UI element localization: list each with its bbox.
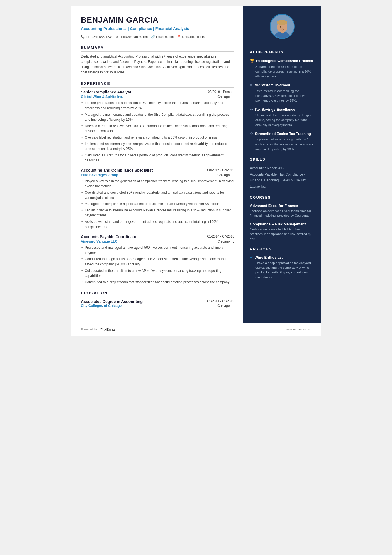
job-bullets-1: Led the preparation and submission of 50… — [81, 100, 234, 163]
course-item-2: Compliance & Risk Management Certificati… — [250, 222, 314, 241]
svg-text:Enhancv: Enhancv — [106, 328, 115, 332]
candidate-title: Accounting Professional | Compliance | F… — [81, 26, 234, 32]
achievement-desc-1: Spearheaded the redesign of the complian… — [250, 65, 314, 79]
contact-location: 📍 Chicago, Illinois — [177, 35, 205, 39]
job-company-3: Vineyard Vantage LLC — [81, 240, 118, 243]
education-section: EDUCATION Associates Degree in Accountin… — [81, 291, 234, 308]
edit-icon-2: ✏ — [250, 83, 253, 87]
job-location-3: Chicago, IL — [217, 240, 234, 243]
course-title-1: Advanced Excel for Finance — [250, 204, 314, 208]
bullet-1-3: Directed a team to resolve over 100 DTC … — [81, 124, 234, 134]
achievement-desc-2: Instrumental in overhauling the company'… — [250, 89, 314, 103]
achievement-item-1: 🏆 Redesigned Compliance Process Spearhea… — [250, 58, 314, 79]
bullet-2-4: Led an initiative to streamline Accounts… — [81, 208, 234, 218]
bullet-3-2: Conducted thorough audits of AP ledgers … — [81, 256, 234, 267]
contact-row: 📞 +1-(234)-555-1234 ✉ help@enhancv.com 🔗… — [81, 35, 234, 39]
job-location-1: Chicago, IL — [217, 95, 234, 99]
skills-line-4: Excise Tax — [250, 184, 266, 188]
course-item-1: Advanced Excel for Finance Focused on ad… — [250, 204, 314, 218]
bullet-2-5: Assisted with state and other government… — [81, 219, 234, 230]
bullet-1-5: Implemented an internal system reorganiz… — [81, 141, 234, 152]
passions-title: PASSIONS — [250, 247, 314, 253]
experience-section: EXPERIENCE Senior Compliance Analyst 03/… — [81, 81, 234, 285]
bullet-3-4: Contributed to a project team that stand… — [81, 280, 234, 285]
contact-linkedin: 🔗 linkedin.com — [151, 35, 174, 39]
achievement-title-3: Tax Savings Excellence — [255, 107, 295, 112]
bullet-2-3: Managed the compliance aspects at the pr… — [81, 201, 234, 207]
achievement-desc-3: Uncovered discrepancies during ledger au… — [250, 113, 314, 127]
passion-item-1: ✔ Wine Enthusiast I have a deep apprecia… — [250, 255, 314, 280]
phone-icon: 📞 — [81, 35, 85, 39]
footer-powered: Powered by Enhancv — [81, 327, 115, 332]
achievement-item-3: ✏ Tax Savings Excellence Uncovered discr… — [250, 107, 314, 127]
job-dates-2: 08/2016 - 02/2019 — [207, 168, 234, 172]
achievements-section: ACHIEVEMENTS 🏆 Redesigned Compliance Pro… — [243, 50, 321, 152]
job-entry-1: Senior Compliance Analyst 03/2019 - Pres… — [81, 90, 234, 163]
edu-dates-1: 01/2011 - 01/2013 — [207, 299, 234, 304]
location-icon: 📍 — [177, 35, 181, 39]
job-entry-2: Accounting and Compliance Specialist 08/… — [81, 168, 234, 230]
skills-line-1: Accounting Principles · — [250, 166, 284, 170]
course-desc-1: Focused on advanced Excel techniques for… — [250, 209, 314, 218]
svg-point-5 — [280, 26, 281, 28]
job-company-2: Elite Beverages Group — [81, 173, 118, 177]
experience-title: EXPERIENCE — [81, 81, 234, 88]
enhancv-logo: Enhancv — [99, 327, 115, 332]
achievement-title-1: Redesigned Compliance Process — [256, 58, 313, 63]
bullet-3-3: Collaborated in the transition to a new … — [81, 268, 234, 278]
job-company-1: Global Wine & Spirits Inc. — [81, 95, 123, 99]
job-dates-1: 03/2019 - Present — [208, 90, 234, 94]
right-column: ACHIEVEMENTS 🏆 Redesigned Compliance Pro… — [243, 6, 321, 323]
passion-desc-1: I have a deep appreciation for vineyard … — [250, 261, 314, 280]
powered-by-label: Powered by — [81, 328, 97, 331]
footer-website: www.enhancv.com — [286, 328, 311, 331]
job-title-2: Accounting and Compliance Specialist — [81, 168, 153, 172]
star-icon-4: ☆ — [250, 132, 253, 136]
job-location-2: Chicago, IL — [217, 173, 234, 177]
bullet-1-2: Managed the maintenance and updates of t… — [81, 112, 234, 122]
achievement-desc-4: Implemented new tracking methods for exc… — [250, 137, 314, 152]
job-bullets-2: Played a key role in the generation of c… — [81, 179, 234, 230]
achievement-item-2: ✏ AP System Overhaul Instrumental in ove… — [250, 83, 314, 103]
courses-title: COURSES — [250, 195, 314, 201]
course-title-2: Compliance & Risk Management — [250, 222, 314, 226]
job-title-3: Accounts Payable Coordinator — [81, 235, 138, 239]
trophy-icon-1: 🏆 — [250, 59, 254, 63]
bullet-1-1: Led the preparation and submission of 50… — [81, 100, 234, 111]
bullet-3-1: Processed and managed an average of 500 … — [81, 245, 234, 255]
left-column: BENJAMIN GARCIA Accounting Professional … — [71, 6, 243, 323]
summary-section: SUMMARY Dedicated and analytical Account… — [81, 45, 234, 75]
resume-footer: Powered by Enhancv www.enhancv.com — [71, 323, 321, 336]
svg-point-4 — [277, 20, 287, 25]
contact-phone: 📞 +1-(234)-555-1234 — [81, 35, 113, 39]
bullet-1-4: Oversaw label registration and renewals,… — [81, 135, 234, 140]
profile-pic-area — [243, 6, 321, 45]
skills-text: Accounting Principles · Accounts Payable… — [250, 166, 314, 189]
passions-section: PASSIONS ✔ Wine Enthusiast I have a deep… — [243, 247, 321, 280]
job-entry-3: Accounts Payable Coordinator 01/2014 - 0… — [81, 235, 234, 285]
bullet-1-6: Calculated TTB returns for a diverse por… — [81, 153, 234, 163]
edu-school-1: City Colleges of Chicago — [81, 304, 122, 308]
avatar-svg — [271, 14, 294, 39]
edu-location-1: Chicago, IL — [217, 304, 234, 308]
svg-point-7 — [282, 28, 283, 29]
education-title: EDUCATION — [81, 291, 234, 297]
achievement-item-4: ☆ Streamlined Excise Tax Tracking Implem… — [250, 131, 314, 152]
email-icon: ✉ — [116, 35, 118, 39]
link-icon: 🔗 — [151, 35, 155, 39]
profile-picture — [270, 14, 295, 39]
courses-section: COURSES Advanced Excel for Finance Focus… — [243, 195, 321, 241]
skills-title: SKILLS — [250, 157, 314, 163]
course-desc-2: Certification course highlighting best p… — [250, 227, 314, 241]
skills-line-3: Financial Reporting · Sales & Use Tax · — [250, 178, 308, 182]
job-title-1: Senior Compliance Analyst — [81, 90, 131, 94]
edit-icon-3: ✏ — [250, 107, 253, 112]
achievement-title-2: AP System Overhaul — [255, 83, 290, 88]
bullet-2-2: Coordinated and completed 80+ monthly, q… — [81, 190, 234, 200]
bullet-2-1: Played a key role in the generation of c… — [81, 179, 234, 189]
summary-text: Dedicated and analytical Accounting Prof… — [81, 54, 234, 75]
achievement-title-4: Streamlined Excise Tax Tracking — [255, 131, 311, 136]
skills-section: SKILLS Accounting Principles · Accounts … — [243, 157, 321, 189]
contact-email: ✉ help@enhancv.com — [116, 35, 148, 39]
passion-title-1: Wine Enthusiast — [255, 255, 283, 260]
